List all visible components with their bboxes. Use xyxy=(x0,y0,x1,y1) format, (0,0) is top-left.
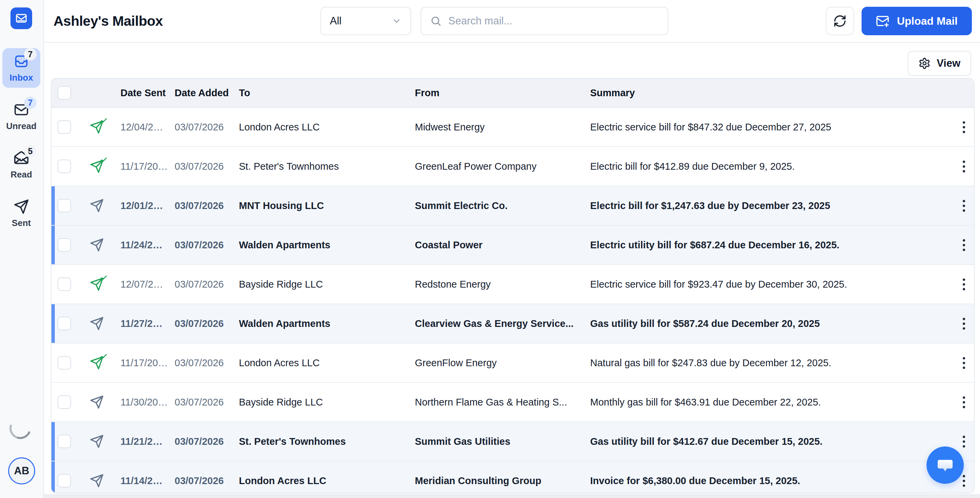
row-menu-button[interactable] xyxy=(959,236,969,254)
read-check-icon xyxy=(100,351,108,362)
upload-mail-button[interactable]: Upload Mail xyxy=(862,7,972,35)
sent-icon xyxy=(89,395,104,410)
date-sent-cell: 11/27/2025 xyxy=(114,318,168,329)
app-logo[interactable] xyxy=(11,8,32,29)
chat-fab-button[interactable] xyxy=(926,447,964,484)
sent-icon xyxy=(89,198,104,213)
summary-cell: Electric bill for $1,247.63 due by Decem… xyxy=(584,200,952,211)
mail-row[interactable]: 11/30/202503/07/2026Bayside Ridge LLCNor… xyxy=(51,383,974,422)
from-cell: Midwest Energy xyxy=(408,121,584,133)
view-button[interactable]: View xyxy=(908,51,971,76)
to-cell: Bayside Ridge LLC xyxy=(232,279,408,290)
row-checkbox[interactable] xyxy=(57,199,71,212)
row-checkbox[interactable] xyxy=(57,356,71,370)
mail-table: Date Sent Date Added To From Summary 12/… xyxy=(51,78,975,493)
from-cell: Northern Flame Gas & Heating S... xyxy=(408,397,584,408)
to-cell: Bayside Ridge LLC xyxy=(232,397,408,408)
row-checkbox[interactable] xyxy=(57,238,71,252)
sidebar-item-inbox[interactable]: 7Inbox xyxy=(2,48,40,88)
search-input[interactable] xyxy=(448,14,659,27)
column-header-summary: Summary xyxy=(584,88,952,99)
date-added-cell: 03/07/2026 xyxy=(168,318,232,329)
sent-icon xyxy=(89,434,104,449)
date-sent-cell: 11/17/2025 xyxy=(114,161,168,172)
mail-row[interactable]: 11/14/202503/07/2026London Acres LLCMeri… xyxy=(51,461,974,493)
read-count-badge: 5 xyxy=(24,145,37,158)
summary-cell: Electric utility bill for $687.24 due De… xyxy=(584,239,952,251)
mail-row[interactable]: 11/17/202503/07/2026London Acres LLCGree… xyxy=(51,343,974,383)
to-cell: Walden Apartments xyxy=(232,318,408,329)
row-menu-button[interactable] xyxy=(959,157,969,176)
refresh-icon xyxy=(833,14,847,28)
row-checkbox[interactable] xyxy=(57,160,71,173)
date-sent-cell: 11/24/2025 xyxy=(114,239,168,251)
summary-cell: Natural gas bill for $247.83 due by Dece… xyxy=(584,358,952,369)
row-menu-button[interactable] xyxy=(959,432,969,451)
table-header-row: Date Sent Date Added To From Summary xyxy=(51,78,974,108)
refresh-button[interactable] xyxy=(826,7,854,35)
summary-cell: Electric bill for $412.89 due December 9… xyxy=(584,161,952,172)
sent-icon xyxy=(14,199,29,214)
read-check-icon xyxy=(100,273,108,284)
filter-dropdown[interactable]: All xyxy=(320,7,411,35)
avatar[interactable]: AB xyxy=(8,457,35,484)
bottom-strip xyxy=(44,494,980,498)
to-cell: Walden Apartments xyxy=(232,239,408,251)
summary-cell: Gas utility bill for $412.67 due Decembe… xyxy=(584,436,952,447)
upload-mail-label: Upload Mail xyxy=(897,15,958,27)
mail-logo-icon xyxy=(15,12,28,25)
row-menu-button[interactable] xyxy=(959,354,969,372)
row-checkbox[interactable] xyxy=(57,395,71,409)
column-header-date-added: Date Added xyxy=(168,88,232,99)
header-controls: All xyxy=(320,7,668,35)
mail-row[interactable]: 11/17/202503/07/2026St. Peter's Townhome… xyxy=(51,147,974,186)
filter-value: All xyxy=(330,15,342,27)
date-sent-cell: 12/04/2025 xyxy=(114,121,168,133)
mail-plus-icon xyxy=(876,14,889,28)
mail-row[interactable]: 12/07/202503/07/2026Bayside Ridge LLCRed… xyxy=(51,265,974,304)
mail-row[interactable]: 12/01/202503/07/2026MNT Housing LLCSummi… xyxy=(51,186,974,226)
to-cell: St. Peter's Townhomes xyxy=(232,161,408,172)
mail-row[interactable]: 11/21/202503/07/2026St. Peter's Townhome… xyxy=(51,422,974,461)
summary-cell: Monthly gas bill for $463.91 due Decembe… xyxy=(584,397,952,408)
to-cell: London Acres LLC xyxy=(232,475,408,487)
row-menu-button[interactable] xyxy=(959,275,969,294)
read-icon: 5 xyxy=(14,150,29,166)
row-menu-button[interactable] xyxy=(959,314,969,333)
select-all-checkbox[interactable] xyxy=(57,86,71,100)
sent-read-icon xyxy=(89,355,104,370)
row-checkbox[interactable] xyxy=(57,120,71,134)
summary-cell: Invoice for $6,380.00 due December 15, 2… xyxy=(584,475,952,487)
summary-cell: Electric service bill for $847.32 due De… xyxy=(584,121,952,133)
page-title: Ashley's Mailbox xyxy=(54,13,163,29)
inbox-count-badge: 7 xyxy=(24,48,37,61)
column-header-date-sent: Date Sent xyxy=(114,88,168,99)
sent-read-icon xyxy=(89,120,104,134)
sidebar-item-unread[interactable]: 7Unread xyxy=(2,97,40,136)
mail-row[interactable]: 12/04/202503/07/2026London Acres LLCMidw… xyxy=(51,108,974,147)
loading-spinner xyxy=(6,413,35,442)
mail-row[interactable]: 11/24/202503/07/2026Walden ApartmentsCoa… xyxy=(51,226,974,265)
summary-cell: Gas utility bill for $587.24 due Decembe… xyxy=(584,318,952,329)
date-added-cell: 03/07/2026 xyxy=(168,475,232,487)
row-checkbox[interactable] xyxy=(57,474,71,487)
mail-row[interactable]: 11/27/202503/07/2026Walden ApartmentsCle… xyxy=(51,304,974,343)
unread-icon: 7 xyxy=(14,102,29,118)
from-cell: Summit Electric Co. xyxy=(408,200,584,211)
row-menu-button[interactable] xyxy=(959,393,969,412)
gear-icon xyxy=(918,57,931,69)
row-menu-button[interactable] xyxy=(959,196,969,215)
from-cell: GreenLeaf Power Company xyxy=(408,161,584,172)
row-checkbox[interactable] xyxy=(57,435,71,448)
row-menu-button[interactable] xyxy=(959,118,969,137)
sidebar-item-read[interactable]: 5Read xyxy=(2,145,40,185)
main-content: View Date Sent Date Added To From Summar… xyxy=(44,43,980,498)
sidebar-item-sent[interactable]: Sent xyxy=(2,193,40,233)
search-box xyxy=(421,7,668,35)
view-button-label: View xyxy=(937,57,960,69)
date-sent-cell: 11/17/2025 xyxy=(114,358,168,369)
row-checkbox[interactable] xyxy=(57,278,71,291)
sidebar-item-label: Read xyxy=(11,169,32,180)
from-cell: Redstone Energy xyxy=(408,279,584,290)
row-checkbox[interactable] xyxy=(57,317,71,330)
